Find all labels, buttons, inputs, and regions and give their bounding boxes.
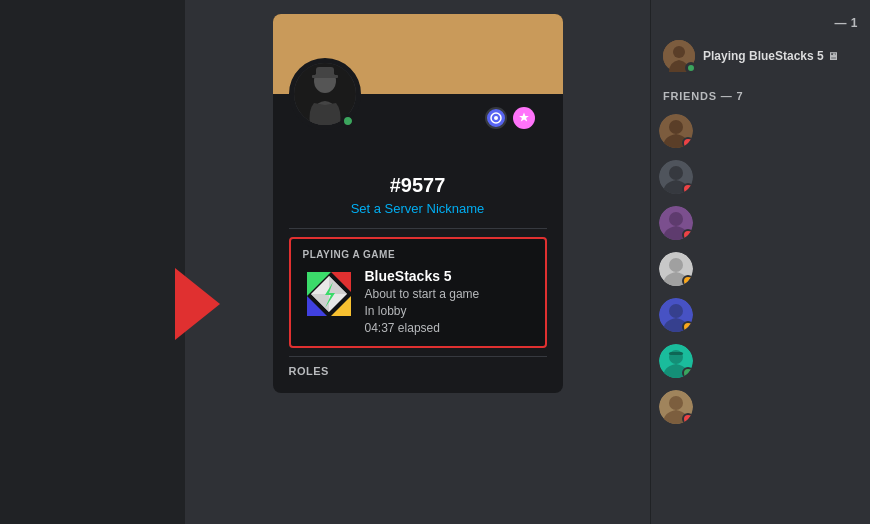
arrow-head [175, 268, 220, 340]
svg-point-15 [673, 46, 685, 58]
playing-online-dot [686, 63, 696, 73]
friend-status-3 [682, 229, 693, 240]
playing-info: Playing BlueStacks 5 🖥 [703, 49, 858, 63]
game-info: BlueStacks 5 About to start a game In lo… [365, 268, 533, 336]
friend-item-5[interactable] [651, 292, 870, 338]
svg-rect-2 [316, 67, 334, 77]
svg-point-19 [669, 120, 683, 134]
svg-rect-30 [669, 352, 683, 355]
svg-point-21 [669, 166, 683, 180]
friend-item-2[interactable] [651, 154, 870, 200]
game-name: BlueStacks 5 [365, 268, 533, 284]
friend-item-3[interactable] [651, 200, 870, 246]
svg-point-4 [494, 116, 498, 120]
roles-section: ROLES [289, 365, 547, 377]
svg-point-32 [669, 396, 683, 410]
server-nickname-link[interactable]: Set a Server Nickname [289, 201, 547, 216]
right-panel: — 1 Playin [650, 0, 870, 524]
game-detail-1: About to start a game [365, 286, 533, 303]
friend-item-1[interactable] [651, 108, 870, 154]
boost-badge [513, 107, 535, 129]
friend-avatar-6 [659, 344, 693, 378]
friend-item-4[interactable] [651, 246, 870, 292]
activity-label: PLAYING A GAME [303, 249, 533, 260]
friend-status-5 [682, 321, 693, 332]
friend-avatar-1 [659, 114, 693, 148]
playing-name: Playing BlueStacks 5 🖥 [703, 49, 858, 63]
playing-section: Playing BlueStacks 5 🖥 [651, 36, 870, 84]
nitro-badge [485, 107, 507, 129]
game-detail-3: 04:37 elapsed [365, 320, 533, 337]
playing-name-text: Playing BlueStacks 5 [703, 49, 824, 63]
profile-tag: #9577 [289, 174, 547, 197]
friend-avatar-4 [659, 252, 693, 286]
playing-avatar [663, 40, 695, 72]
friend-status-6 [682, 367, 693, 378]
profile-body: #9577 Set a Server Nickname PLAYING A GA… [273, 134, 563, 393]
divider-1 [289, 228, 547, 229]
friend-status-4 [682, 275, 693, 286]
svg-point-23 [669, 212, 683, 226]
game-icon [303, 268, 355, 320]
center-area: #9577 Set a Server Nickname PLAYING A GA… [185, 0, 650, 524]
roles-label: ROLES [289, 365, 547, 377]
screen-icon: 🖥 [827, 50, 838, 62]
playing-count: — 1 [651, 10, 870, 36]
friends-header: FRIENDS — 7 [651, 84, 870, 108]
friend-item-6[interactable] [651, 338, 870, 384]
friend-avatar-5 [659, 298, 693, 332]
profile-avatar-area [273, 94, 563, 134]
activity-section: PLAYING A GAME [289, 237, 547, 348]
svg-marker-5 [519, 112, 529, 121]
game-detail-2: In lobby [365, 303, 533, 320]
left-sidebar [0, 0, 185, 524]
divider-2 [289, 356, 547, 357]
friend-status-1 [682, 137, 693, 148]
friend-status-7 [682, 413, 693, 424]
friend-status-2 [682, 183, 693, 194]
svg-point-27 [669, 304, 683, 318]
friend-item-7[interactable] [651, 384, 870, 430]
friend-avatar-7 [659, 390, 693, 424]
online-status-dot [341, 114, 355, 128]
playing-count-text: — 1 [834, 16, 858, 30]
friend-avatar-2 [659, 160, 693, 194]
friend-avatar-3 [659, 206, 693, 240]
activity-content: BlueStacks 5 About to start a game In lo… [303, 268, 533, 336]
profile-card: #9577 Set a Server Nickname PLAYING A GA… [273, 14, 563, 393]
svg-point-25 [669, 258, 683, 272]
playing-item[interactable]: Playing BlueStacks 5 🖥 [659, 36, 862, 76]
